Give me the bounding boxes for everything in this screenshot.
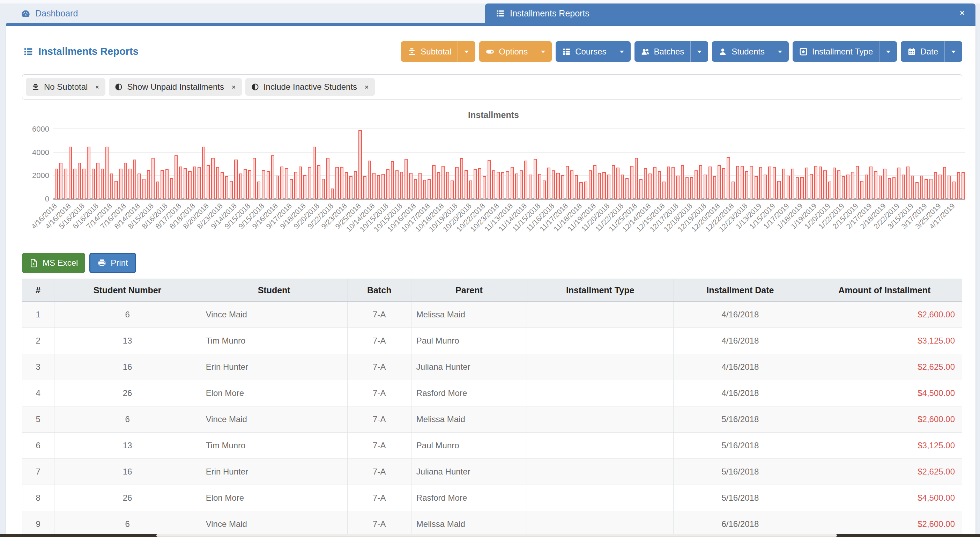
column-header-installment_date: Installment Date bbox=[674, 279, 807, 301]
toolbar: SubtotalOptionsCoursesBatchesStudentsIns… bbox=[401, 41, 962, 62]
installment-bar bbox=[137, 174, 141, 199]
batches-dropdown-caret[interactable] bbox=[690, 41, 708, 62]
batches-button[interactable]: Batches bbox=[635, 41, 708, 62]
column-header-installment_type: Installment Type bbox=[527, 279, 674, 301]
installment-bar bbox=[239, 174, 242, 199]
installment-bar bbox=[644, 168, 647, 199]
batches-button-label: Batches bbox=[654, 47, 684, 57]
installments-chart: Installments 0200040006000 4/16/20184/16… bbox=[22, 110, 965, 244]
date-dropdown-caret[interactable] bbox=[944, 41, 962, 62]
column-header-batch: Batch bbox=[347, 279, 411, 301]
printer-icon bbox=[97, 258, 107, 268]
cell-batch: 7-A bbox=[347, 406, 411, 432]
page-title-text: Installments Reports bbox=[38, 46, 138, 57]
installment-bar bbox=[313, 147, 316, 199]
installment-bar bbox=[115, 181, 118, 199]
installment-bar bbox=[276, 175, 279, 199]
installment-bar bbox=[179, 167, 182, 199]
installment-bar bbox=[336, 167, 339, 199]
students-button[interactable]: Students bbox=[712, 41, 789, 62]
cell-parent: Juliana Hunter bbox=[411, 459, 527, 484]
cell-num: 5 bbox=[22, 406, 54, 432]
remove-chip-icon[interactable] bbox=[231, 84, 236, 90]
installment-bar bbox=[492, 171, 495, 199]
installment-type-button[interactable]: Installment Type bbox=[792, 41, 897, 62]
installment-bar bbox=[161, 170, 164, 199]
installment-bar bbox=[579, 182, 582, 199]
installment-bar bbox=[501, 172, 504, 199]
horizontal-scrollbar[interactable] bbox=[0, 534, 980, 537]
cell-installment_type bbox=[527, 406, 674, 432]
dot-square-icon bbox=[799, 47, 808, 56]
installment-type-dropdown-caret[interactable] bbox=[879, 41, 897, 62]
installment-bar bbox=[953, 182, 956, 199]
installment-bar bbox=[133, 159, 136, 199]
installment-bar bbox=[759, 167, 762, 199]
installment-bar bbox=[280, 167, 283, 199]
installment-bar bbox=[676, 175, 679, 199]
cell-student_number: 16 bbox=[54, 354, 200, 380]
installment-bar bbox=[455, 167, 458, 199]
caret-down-icon bbox=[617, 47, 627, 56]
courses-dropdown-caret[interactable] bbox=[613, 41, 631, 62]
options-button[interactable]: Options bbox=[479, 41, 552, 62]
page-top-strip bbox=[0, 0, 980, 3]
tab-installments-reports[interactable]: Installments Reports bbox=[485, 3, 975, 23]
tab-dashboard[interactable]: Dashboard bbox=[6, 3, 485, 23]
installment-bar bbox=[897, 167, 900, 199]
filter-chip-show-unpaid-installments: Show Unpaid Installments bbox=[109, 78, 242, 96]
tab-bar: Dashboard Installments Reports bbox=[6, 3, 975, 23]
installment-bar bbox=[234, 159, 237, 199]
table-row: 96Vince Maid7-AMelissa Maid6/16/2018$2,6… bbox=[22, 511, 962, 537]
date-button[interactable]: Date bbox=[901, 41, 962, 62]
ms-excel-button[interactable]: x MS Excel bbox=[22, 253, 85, 273]
caret-down-icon bbox=[775, 47, 784, 56]
installment-bar bbox=[423, 180, 426, 199]
filter-chip-no-subtotal: No Subtotal bbox=[26, 78, 105, 96]
installment-bar bbox=[262, 170, 265, 199]
cell-student_number: 13 bbox=[54, 328, 200, 354]
remove-chip-icon[interactable] bbox=[364, 84, 369, 90]
options-dropdown-caret[interactable] bbox=[534, 41, 552, 62]
cell-installment_type bbox=[527, 511, 674, 537]
horizontal-scrollbar-thumb[interactable] bbox=[156, 534, 837, 537]
installment-bar bbox=[308, 167, 311, 199]
installment-bar bbox=[777, 181, 780, 199]
installment-bar bbox=[496, 172, 500, 199]
cell-installment_date: 4/16/2018 bbox=[674, 301, 807, 328]
installment-bar bbox=[271, 155, 274, 199]
installment-bar bbox=[575, 175, 578, 199]
cell-installment_type bbox=[527, 354, 674, 380]
installment-bar bbox=[170, 178, 173, 199]
installment-bar bbox=[69, 147, 72, 199]
installment-bar bbox=[764, 175, 767, 199]
caret-down-icon bbox=[539, 47, 547, 56]
courses-button[interactable]: Courses bbox=[555, 41, 630, 62]
filter-chip-label: No Subtotal bbox=[44, 82, 88, 92]
cell-student: Vince Maid bbox=[200, 301, 347, 328]
print-button[interactable]: Print bbox=[89, 253, 136, 273]
subtotal-button[interactable]: Subtotal bbox=[401, 41, 475, 62]
installment-bar bbox=[874, 171, 877, 199]
installment-bar bbox=[695, 171, 698, 199]
cell-num: 4 bbox=[22, 380, 54, 406]
installment-bar bbox=[418, 173, 422, 199]
subtotal-dropdown-caret[interactable] bbox=[458, 41, 475, 62]
y-axis-tick-label: 2000 bbox=[32, 171, 53, 180]
installment-bar bbox=[483, 176, 486, 199]
cell-installment_type bbox=[527, 432, 674, 459]
installment-bar bbox=[450, 180, 454, 199]
close-tab-icon[interactable] bbox=[955, 8, 966, 19]
installment-bar bbox=[653, 167, 656, 199]
cell-student_number: 13 bbox=[54, 432, 200, 459]
installment-bar bbox=[612, 165, 615, 199]
toggle-icon bbox=[485, 47, 495, 56]
installment-bar bbox=[924, 179, 928, 199]
installment-bar bbox=[879, 175, 882, 199]
installment-bar bbox=[207, 165, 210, 199]
installment-bar bbox=[865, 175, 868, 199]
students-dropdown-caret[interactable] bbox=[771, 41, 789, 62]
remove-chip-icon[interactable] bbox=[95, 84, 100, 90]
th-list-icon bbox=[562, 47, 571, 56]
installment-bar bbox=[662, 182, 665, 199]
